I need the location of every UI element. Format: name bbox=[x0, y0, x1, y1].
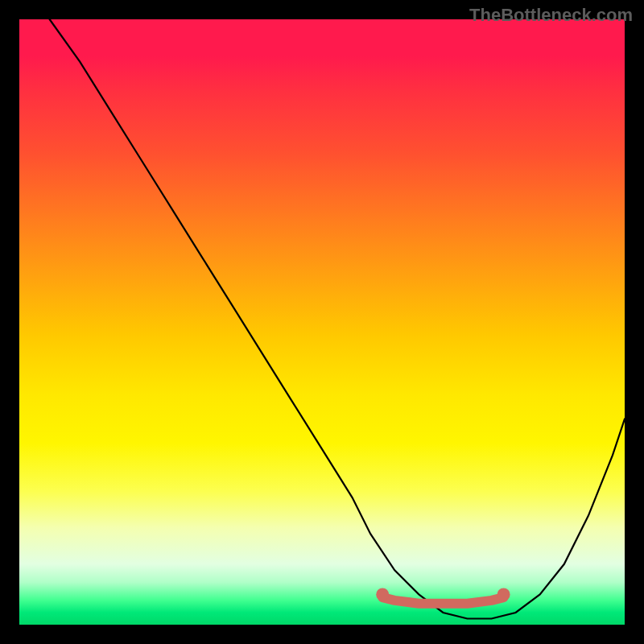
svg-point-1 bbox=[497, 588, 510, 601]
bottleneck-curve bbox=[50, 19, 625, 619]
svg-point-0 bbox=[376, 588, 389, 601]
optimal-marker bbox=[376, 588, 510, 603]
watermark-text: TheBottleneck.com bbox=[469, 5, 633, 26]
curve-svg bbox=[19, 19, 625, 625]
plot-area bbox=[19, 19, 625, 625]
chart-frame: TheBottleneck.com bbox=[0, 0, 644, 644]
